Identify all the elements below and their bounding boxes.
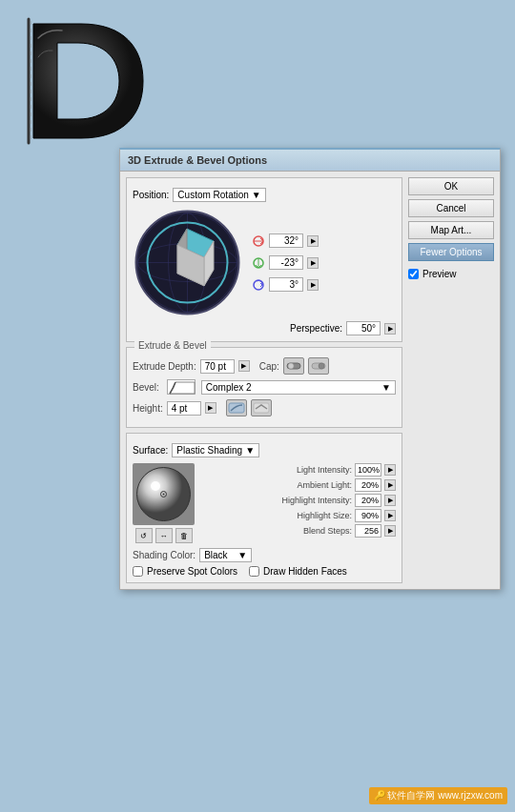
highlight-size-increase[interactable]: ▶ (384, 510, 396, 521)
highlight-size-value[interactable]: 90% (355, 509, 381, 522)
main-dialog: 3D Extrude & Bevel Options Position: Cus… (119, 148, 501, 590)
x-angle-increase[interactable]: ▶ (307, 235, 319, 247)
svg-point-26 (163, 494, 165, 496)
rotation-row-x: 32° ▶ (252, 233, 319, 248)
height-increase[interactable]: ▶ (205, 402, 216, 414)
perspective-increase[interactable]: ▶ (384, 323, 396, 335)
bevel-cap-button-1[interactable] (226, 399, 247, 416)
ambient-light-increase[interactable]: ▶ (384, 479, 396, 491)
sphere-ctrl-move[interactable]: ↔ (155, 528, 173, 543)
dialog-content: Position: Custom Rotation ▼ (120, 172, 500, 589)
light-intensity-increase[interactable]: ▶ (384, 464, 396, 476)
shading-color-label: Shading Color: (133, 550, 196, 560)
z-rotation-icon (252, 278, 265, 292)
x-rotation-icon (252, 234, 265, 248)
position-dropdown[interactable]: Custom Rotation ▼ (173, 188, 265, 202)
position-dropdown-arrow: ▼ (252, 190, 261, 200)
logo-area (10, 10, 162, 162)
light-params: Light Intensity: 100% ▶ Ambient Light: 2… (202, 463, 396, 543)
shading-color-dropdown[interactable]: Black ▼ (199, 548, 252, 562)
dialog-title-text: 3D Extrude & Bevel Options (128, 154, 267, 166)
light-intensity-label: Light Intensity: (297, 465, 352, 475)
surface-label: Surface: (133, 445, 168, 456)
highlight-size-row: Highlight Size: 90% ▶ (202, 509, 396, 522)
svg-point-17 (288, 363, 294, 369)
ambient-light-row: Ambient Light: 20% ▶ (202, 478, 396, 492)
watermark: 🔑 软件自学网 www.rjzxw.com (369, 787, 507, 804)
height-label: Height: (133, 403, 163, 414)
z-angle-increase[interactable]: ▶ (307, 279, 319, 291)
position-value: Custom Rotation (177, 190, 248, 200)
ambient-light-label: Ambient Light: (297, 480, 352, 490)
extrude-depth-value[interactable]: 70 pt (200, 359, 235, 374)
ok-button[interactable]: OK (408, 177, 494, 195)
blend-steps-value[interactable]: 256 (355, 524, 381, 538)
svg-point-19 (319, 363, 324, 369)
highlight-intensity-row: Highlight Intensity: 20% ▶ (202, 494, 396, 507)
preview-checkbox[interactable] (408, 269, 419, 279)
x-angle-value[interactable]: 32° (269, 233, 303, 248)
extrude-depth-increase[interactable]: ▶ (238, 360, 250, 372)
surface-value: Plastic Shading (176, 445, 242, 456)
dialog-title: 3D Extrude & Bevel Options (120, 150, 500, 172)
draw-hidden-checkbox[interactable] (249, 566, 259, 577)
highlight-intensity-increase[interactable]: ▶ (384, 495, 396, 506)
y-angle-value[interactable]: -23° (269, 255, 303, 270)
height-row: Height: 4 pt ▶ (133, 399, 396, 416)
shading-color-arrow: ▼ (237, 550, 247, 560)
fewer-options-button[interactable]: Fewer Options (408, 243, 494, 261)
surface-dropdown[interactable]: Plastic Shading ▼ (172, 443, 259, 457)
rotation-row-z: 3° ▶ (252, 277, 319, 292)
sphere-ctrl-delete[interactable]: 🗑 (175, 528, 193, 543)
y-angle-increase[interactable]: ▶ (307, 257, 319, 269)
sphere-container[interactable] (133, 208, 242, 317)
extrude-depth-row: Extrude Depth: 70 pt ▶ Cap: (133, 357, 396, 375)
draw-hidden-label: Draw Hidden Faces (263, 566, 347, 577)
height-value[interactable]: 4 pt (167, 401, 201, 416)
highlight-intensity-label: Highlight Intensity: (281, 496, 352, 505)
bevel-cap-button-2[interactable] (251, 399, 272, 416)
preserve-spot-checkbox[interactable] (133, 566, 143, 577)
bevel-dropdown-arrow: ▼ (381, 382, 391, 393)
logo-svg (10, 10, 153, 152)
z-angle-value[interactable]: 3° (269, 277, 303, 292)
lighting-sphere-area: ↺ ↔ 🗑 (133, 463, 195, 543)
light-intensity-value[interactable]: 100% (355, 463, 381, 477)
lighting-sphere[interactable] (133, 463, 195, 525)
cap-button-2[interactable] (308, 357, 329, 375)
cancel-button[interactable]: Cancel (408, 199, 494, 217)
bevel-value: Complex 2 (206, 382, 252, 393)
bevel-dropdown[interactable]: Complex 2 ▼ (201, 380, 396, 395)
perspective-value[interactable]: 50° (346, 321, 381, 335)
shading-color-value: Black (204, 550, 227, 560)
shading-color-row: Shading Color: Black ▼ (133, 548, 396, 562)
surface-content: ↺ ↔ 🗑 Light Intensity: 100% ▶ (133, 463, 396, 543)
lighting-svg (133, 463, 195, 525)
surface-header: Surface: Plastic Shading ▼ (133, 443, 396, 457)
preserve-spot-label: Preserve Spot Colors (147, 566, 237, 577)
bevel-preview (167, 379, 196, 395)
position-section: Position: Custom Rotation ▼ (126, 177, 402, 342)
highlight-size-label: Highlight Size: (297, 511, 352, 520)
perspective-row: Perspective: 50° ▶ (133, 321, 396, 335)
sphere-ctrl-rotate[interactable]: ↺ (135, 528, 153, 543)
right-panel: OK Cancel Map Art... Fewer Options Previ… (408, 177, 494, 583)
preview-label: Preview (422, 269, 457, 279)
extrude-section-label: Extrude & Bevel (134, 340, 211, 351)
position-header: Position: Custom Rotation ▼ (133, 188, 396, 202)
highlight-intensity-value[interactable]: 20% (355, 494, 381, 507)
surface-section: Surface: Plastic Shading ▼ (126, 433, 402, 583)
blend-steps-label: Blend Steps: (303, 526, 352, 536)
sphere-controls: ↺ ↔ 🗑 (133, 528, 195, 543)
map-art-button[interactable]: Map Art... (408, 221, 494, 239)
left-panel: Position: Custom Rotation ▼ (126, 177, 402, 583)
cap-button-1[interactable] (283, 357, 304, 375)
rotation-row-y: -23° ▶ (252, 255, 319, 270)
bevel-row: Bevel: Complex 2 ▼ (133, 379, 396, 395)
checkboxes-row: Preserve Spot Colors Draw Hidden Faces (133, 566, 396, 577)
surface-dropdown-arrow: ▼ (245, 445, 255, 456)
blend-steps-increase[interactable]: ▶ (384, 525, 396, 537)
ambient-light-value[interactable]: 20% (355, 478, 381, 492)
bevel-label: Bevel: (133, 382, 159, 393)
position-label: Position: (133, 190, 169, 200)
